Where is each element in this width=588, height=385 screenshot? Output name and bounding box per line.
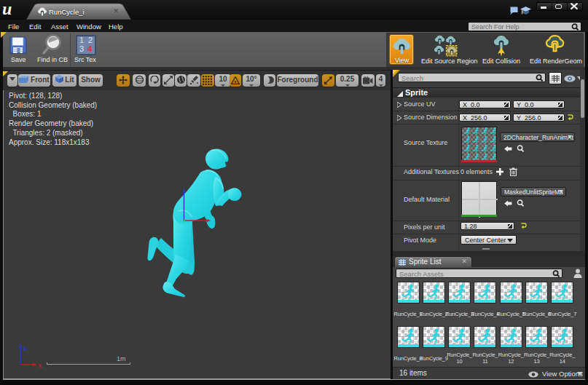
svg-text:z: z bbox=[23, 344, 27, 352]
svg-text:x: x bbox=[38, 362, 42, 368]
